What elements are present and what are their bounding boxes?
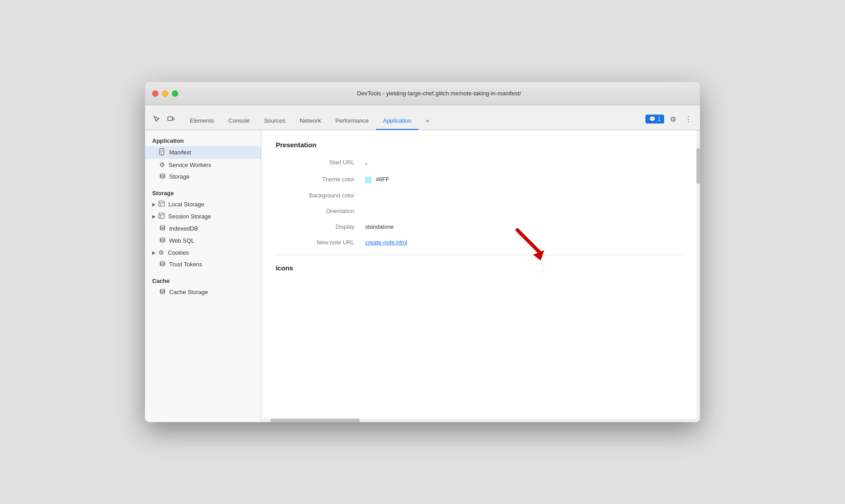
- toolbar-left: [150, 113, 177, 130]
- service-workers-icon: ⚙: [159, 161, 165, 168]
- local-storage-icon: [158, 201, 165, 208]
- toolbar-right: 💬 1 ⚙ ⋮: [640, 113, 700, 130]
- background-color-row: Background color: [276, 192, 686, 199]
- storage-section-header: Storage: [145, 186, 261, 198]
- session-storage-icon: [158, 213, 165, 220]
- scrollbar-track: [696, 130, 700, 422]
- icons-title: Icons: [276, 264, 686, 272]
- close-button[interactable]: [152, 90, 158, 97]
- new-note-url-value[interactable]: create-note.html: [365, 239, 407, 246]
- more-options-icon[interactable]: ⋮: [682, 113, 695, 125]
- start-url-label: Start URL: [276, 159, 365, 166]
- cookies-chevron: ▶: [152, 250, 156, 255]
- svg-rect-0: [168, 117, 172, 120]
- tab-network[interactable]: Network: [293, 112, 329, 130]
- start-url-dot: .: [365, 158, 367, 167]
- display-value: standalone: [365, 223, 394, 230]
- devtools-window: DevTools - yielding-large-chef.glitch.me…: [145, 82, 700, 422]
- manifest-icon: [159, 148, 166, 157]
- indexeddb-label: IndexedDB: [169, 225, 254, 232]
- main-content: Application Manifest ⚙ Service Workers: [145, 130, 700, 422]
- feedback-icon: 💬: [649, 116, 656, 122]
- application-section-header: Application: [145, 134, 261, 146]
- manifest-label: Manifest: [169, 149, 254, 156]
- panel-content: Presentation Start URL . Theme color #8F…: [261, 130, 700, 422]
- title-bar: DevTools - yielding-large-chef.glitch.me…: [145, 82, 700, 105]
- svg-rect-10: [159, 213, 164, 218]
- minimize-button[interactable]: [162, 90, 168, 97]
- new-note-url-label: New note URL: [276, 239, 365, 246]
- annotation-arrow: [508, 226, 549, 266]
- tab-elements[interactable]: Elements: [183, 112, 221, 130]
- bottom-scrollbar: [261, 419, 696, 422]
- session-storage-chevron: ▶: [152, 214, 156, 219]
- cache-storage-label: Cache Storage: [169, 289, 254, 295]
- sidebar-item-service-workers[interactable]: ⚙ Service Workers: [145, 159, 261, 171]
- svg-point-14: [160, 238, 165, 239]
- sidebar-item-indexeddb[interactable]: IndexedDB: [145, 222, 261, 235]
- theme-color-label: Theme color: [276, 176, 365, 183]
- svg-point-15: [160, 261, 165, 263]
- bottom-scrollbar-thumb[interactable]: [270, 419, 360, 422]
- orientation-label: Orientation: [276, 208, 365, 214]
- traffic-lights: [152, 90, 178, 97]
- web-sql-label: Web SQL: [169, 237, 254, 244]
- start-url-value: .: [365, 158, 367, 167]
- start-url-row: Start URL .: [276, 158, 686, 167]
- main-panel: Presentation Start URL . Theme color #8F…: [261, 130, 700, 422]
- sidebar-item-cache-storage[interactable]: Cache Storage: [145, 286, 261, 298]
- tab-list: Elements Console Sources Network Perform…: [183, 112, 640, 130]
- section-divider: [276, 255, 686, 255]
- feedback-badge[interactable]: 💬 1: [645, 115, 664, 124]
- trust-tokens-icon: [159, 261, 166, 268]
- cookies-icon: ⚙: [158, 249, 164, 256]
- svg-point-13: [160, 226, 165, 227]
- svg-rect-7: [159, 201, 164, 206]
- background-color-label: Background color: [276, 192, 365, 199]
- svg-rect-1: [173, 118, 174, 120]
- local-storage-label: Local Storage: [168, 201, 204, 208]
- sidebar-item-session-storage[interactable]: ▶ Session Storage: [145, 210, 261, 222]
- tab-sources[interactable]: Sources: [257, 112, 293, 130]
- web-sql-icon: [159, 237, 166, 244]
- display-row: Display standalone: [276, 223, 686, 230]
- trust-tokens-label: Trust Tokens: [169, 261, 254, 268]
- tab-performance[interactable]: Performance: [328, 112, 376, 130]
- presentation-title: Presentation: [276, 141, 686, 149]
- sidebar: Application Manifest ⚙ Service Workers: [145, 130, 261, 422]
- maximize-button[interactable]: [172, 90, 178, 97]
- display-label: Display: [276, 223, 365, 230]
- sidebar-item-manifest[interactable]: Manifest: [145, 146, 261, 159]
- local-storage-chevron: ▶: [152, 202, 156, 207]
- sidebar-item-trust-tokens[interactable]: Trust Tokens: [145, 258, 261, 270]
- tab-console[interactable]: Console: [221, 112, 257, 130]
- theme-color-value: #8FF: [365, 176, 389, 183]
- service-workers-label: Service Workers: [169, 162, 254, 168]
- inspect-icon[interactable]: [150, 113, 163, 125]
- window-title: DevTools - yielding-large-chef.glitch.me…: [185, 90, 693, 97]
- svg-point-16: [160, 289, 165, 291]
- storage-label: Storage: [169, 173, 254, 180]
- sidebar-item-web-sql[interactable]: Web SQL: [145, 235, 261, 247]
- indexeddb-icon: [159, 225, 166, 232]
- sidebar-item-cookies[interactable]: ▶ ⚙ Cookies: [145, 247, 261, 258]
- theme-color-row: Theme color #8FF: [276, 176, 686, 183]
- orientation-row: Orientation: [276, 208, 686, 214]
- svg-point-6: [160, 174, 165, 175]
- feedback-count: 1: [657, 116, 661, 122]
- device-toggle-icon[interactable]: [165, 113, 177, 125]
- settings-icon[interactable]: ⚙: [667, 113, 679, 125]
- cache-section-header: Cache: [145, 274, 261, 286]
- theme-color-text: #8FF: [376, 176, 389, 183]
- tab-bar: Elements Console Sources Network Perform…: [145, 105, 700, 130]
- cache-storage-icon: [159, 288, 166, 296]
- scrollbar-thumb[interactable]: [696, 148, 700, 184]
- theme-color-swatch: [365, 177, 371, 183]
- more-tabs-button[interactable]: »: [418, 112, 436, 130]
- sidebar-item-local-storage[interactable]: ▶ Local Storage: [145, 198, 261, 210]
- session-storage-label: Session Storage: [168, 213, 211, 220]
- storage-icon: [159, 173, 166, 180]
- cookies-label: Cookies: [168, 249, 189, 256]
- sidebar-item-storage[interactable]: Storage: [145, 171, 261, 183]
- tab-application[interactable]: Application: [376, 112, 419, 130]
